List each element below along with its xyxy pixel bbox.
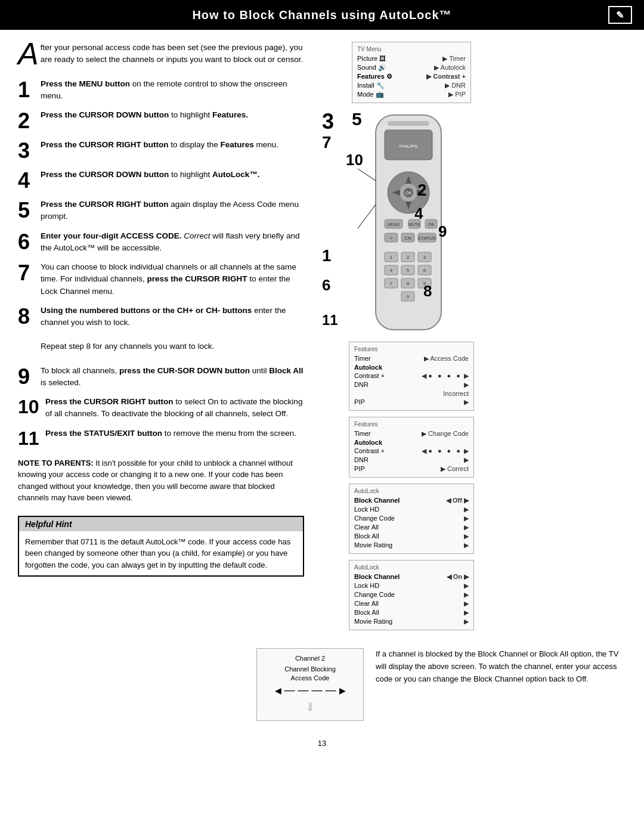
step-10-content: Press the CURSOR RIGHT button to select … bbox=[45, 396, 304, 420]
step-1-bold: Press the MENU button bbox=[41, 79, 130, 88]
autolock-1-movieRating: Movie Rating▶ bbox=[354, 541, 469, 550]
step-5-content: Press the CURSOR RIGHT button again disp… bbox=[41, 199, 304, 223]
autolock-screen-1: AutoLock Block Channel◀ Off ▶ Lock HD▶ C… bbox=[349, 484, 474, 554]
step-6-number: 6 bbox=[18, 231, 35, 253]
step-5: 5 Press the CURSOR RIGHT button again di… bbox=[18, 199, 304, 223]
step-10-number: 10 bbox=[18, 397, 39, 416]
step-10: 10 Press the CURSOR RIGHT button to sele… bbox=[18, 396, 304, 420]
autolock-1-lockHD: Lock HD▶ bbox=[354, 505, 469, 514]
step-7-content: You can choose to block individual chann… bbox=[41, 261, 304, 298]
cb-dot-4: — bbox=[326, 684, 336, 696]
svg-text:6: 6 bbox=[423, 268, 426, 273]
svg-rect-1 bbox=[388, 121, 429, 126]
step-6-content: Enter your four-digit ACCESS CODE. Corre… bbox=[41, 230, 304, 255]
page-number: 13 bbox=[0, 733, 644, 754]
step-6-bold: Enter your four-digit ACCESS CODE. bbox=[41, 231, 182, 240]
tv-menu-screen: TV Menu Picture 🖼▶ Timer Sound 🔊▶ Autolo… bbox=[352, 42, 471, 103]
step-3-bold: Press the CURSOR RIGHT button bbox=[41, 140, 169, 149]
bottom-section: Channel 2 Channel Blocking Access Code ◀… bbox=[0, 642, 644, 733]
svg-text:8: 8 bbox=[407, 281, 410, 286]
step-8: 8 Using the numbered buttons or the CH+ … bbox=[18, 305, 304, 329]
step-5-number: 5 bbox=[18, 200, 35, 221]
cb-dot-2: — bbox=[298, 684, 309, 696]
drop-cap: A bbox=[18, 42, 39, 67]
tv-menu-title: TV Menu bbox=[357, 46, 466, 52]
step-7: 7 You can choose to block individual cha… bbox=[18, 261, 304, 298]
features-2-autolock: Autolock bbox=[354, 363, 469, 371]
cb-title-blocking: Channel Blocking bbox=[265, 665, 355, 673]
intro-paragraph: A fter your personal access code has bee… bbox=[18, 42, 304, 66]
svg-text:OK: OK bbox=[428, 222, 434, 227]
autolock-screen-2: AutoLock Block Channel◀ On ▶ Lock HD▶ Ch… bbox=[349, 560, 474, 630]
step-3: 3 Press the CURSOR RIGHT button to displ… bbox=[18, 139, 304, 162]
autolock-2-changeCode: Change Code▶ bbox=[354, 590, 469, 599]
svg-text:7: 7 bbox=[390, 281, 393, 286]
autolock-2-clearAll: Clear All▶ bbox=[354, 599, 469, 608]
overlay-num-6: 6 bbox=[322, 276, 330, 295]
note-section: NOTE TO PARENTS: It isn't possible for y… bbox=[18, 457, 304, 504]
repeat-text: Repeat step 8 for any channels you want … bbox=[41, 340, 304, 352]
autolock-2-lockHD: Lock HD▶ bbox=[354, 581, 469, 590]
features-3-contrast: Contrast +◀ ● ● ● ● ▶ bbox=[354, 447, 469, 456]
overlay-num-3: 3 bbox=[322, 109, 334, 134]
overlay-num-5: 5 bbox=[352, 109, 362, 129]
step-2-bold: Press the CURSOR DOWN button bbox=[41, 110, 169, 119]
svg-line-45 bbox=[358, 205, 376, 228]
step-6: 6 Enter your four-digit ACCESS CODE. Cor… bbox=[18, 230, 304, 255]
menu-row-mode: Mode 📺▶ PIP bbox=[357, 90, 466, 99]
overlay-num-10: 10 bbox=[346, 151, 363, 169]
autolock-2-blockAll: Block All▶ bbox=[354, 608, 469, 617]
cb-arrow-left: ◀ bbox=[275, 686, 281, 695]
step-8-number: 8 bbox=[18, 306, 35, 327]
svg-text:MENU: MENU bbox=[388, 222, 400, 227]
steps-list: 1 Press the MENU button on the remote co… bbox=[18, 78, 304, 448]
svg-text:2: 2 bbox=[407, 255, 410, 260]
left-column: A fter your personal access code has bee… bbox=[18, 42, 304, 630]
svg-text:STATUS: STATUS bbox=[418, 236, 436, 241]
cb-dots: ◀ — — — — ▶ bbox=[265, 684, 355, 696]
right-column: TV Menu Picture 🖼▶ Timer Sound 🔊▶ Autolo… bbox=[316, 42, 507, 630]
step-9-content: To block all channels, press the CUR-SOR… bbox=[41, 365, 304, 389]
cb-title-channel: Channel 2 bbox=[265, 655, 355, 662]
step-1-content: Press the MENU button on the remote cont… bbox=[41, 78, 304, 103]
autolock-1-block: Block Channel◀ Off ▶ bbox=[354, 496, 469, 505]
cb-dot-3: — bbox=[312, 684, 323, 696]
features-screen-2: Features Timer▶ Access Code Autolock Con… bbox=[349, 342, 474, 411]
autolock-1-title: AutoLock bbox=[354, 488, 469, 494]
header-icon: ✎ bbox=[608, 6, 632, 24]
hint-title: Helpful Hint bbox=[19, 517, 303, 531]
intro-text: fter your personal access code has been … bbox=[41, 43, 304, 64]
step-3-content: Press the CURSOR RIGHT button to display… bbox=[41, 139, 304, 151]
svg-text:PHILIPS: PHILIPS bbox=[400, 144, 418, 149]
cb-arrow-right: ▶ bbox=[339, 686, 346, 695]
overlay-num-1: 1 bbox=[322, 246, 332, 265]
overlay-num-9: 9 bbox=[438, 222, 447, 241]
step-10-bold: Press the CURSOR RIGHT button bbox=[45, 397, 174, 406]
cb-title-access: Access Code bbox=[265, 674, 355, 682]
step-5-bold: Press the CURSOR RIGHT button bbox=[41, 200, 169, 209]
features-2-dnr: DNR▶ bbox=[354, 380, 469, 389]
step-4-content: Press the CURSOR DOWN button to highligh… bbox=[41, 169, 304, 181]
step-4-number: 4 bbox=[18, 170, 35, 191]
step-8-bold: Using the numbered buttons or the CH+ or… bbox=[41, 306, 252, 315]
step-9: 9 To block all channels, press the CUR-S… bbox=[18, 365, 304, 389]
overlay-num-2: 2 bbox=[417, 181, 427, 200]
step-11-bold: Press the STATUS/EXIT button bbox=[45, 429, 162, 438]
features-2-pip: PIP▶ bbox=[354, 398, 469, 407]
step-2-number: 2 bbox=[18, 110, 35, 132]
features-2-title: Features bbox=[354, 346, 469, 352]
step-9-number: 9 bbox=[18, 366, 35, 388]
menu-row-sound: Sound 🔊▶ Autolock bbox=[357, 63, 466, 72]
features-2-contrast: Contrast +◀ ● ● ● ● ▶ bbox=[354, 371, 469, 380]
page-header: How to Block Channels using AutoLock™ ✎ bbox=[0, 0, 644, 30]
features-3-pip: PIP▶ Correct bbox=[354, 465, 469, 473]
svg-text:3: 3 bbox=[423, 255, 426, 260]
autolock-2-block: Block Channel◀ On ▶ bbox=[354, 572, 469, 581]
svg-text:MUTE: MUTE bbox=[408, 222, 420, 227]
menu-row-picture: Picture 🖼▶ Timer bbox=[357, 54, 466, 63]
features-2-timer: Timer▶ Access Code bbox=[354, 354, 469, 363]
autolock-2-movieRating: Movie Rating▶ bbox=[354, 617, 469, 626]
step-11: 11 Press the STATUS/EXIT button to remov… bbox=[18, 428, 304, 448]
svg-text:0: 0 bbox=[407, 294, 410, 299]
autolock-1-changeCode: Change Code▶ bbox=[354, 514, 469, 523]
